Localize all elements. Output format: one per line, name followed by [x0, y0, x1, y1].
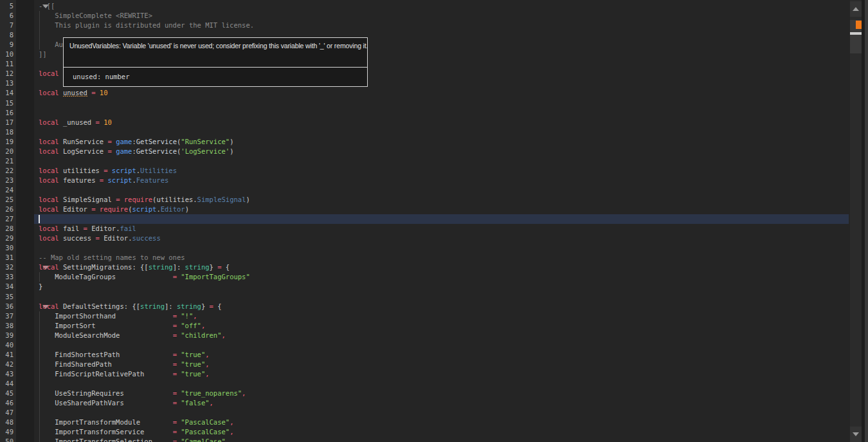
code-line-33[interactable]: ModuleTagGroups = "ImportTagGroups": [34, 272, 849, 282]
vertical-scrollbar-track[interactable]: [850, 0, 862, 442]
code-line-36[interactable]: local DefaultSettings: {[string]: string…: [34, 302, 849, 311]
code-line-49[interactable]: ImportTransformService = "PascalCase",: [34, 427, 849, 437]
code-token: ,: [230, 428, 233, 436]
line-number-40: 40: [0, 340, 14, 350]
code-token: Editor: [104, 234, 128, 242]
indent-guide: [39, 11, 40, 21]
line-number-23: 23: [0, 176, 14, 185]
code-line-35[interactable]: [34, 292, 849, 302]
code-line-50[interactable]: ImportTransformSelection = "CamelCase",: [34, 437, 849, 442]
code-line-32[interactable]: local SettingMigrations: {[string]: stri…: [34, 262, 849, 272]
code-line-40[interactable]: [34, 340, 849, 350]
indent-guide: [39, 408, 40, 418]
code-token: game: [116, 138, 132, 145]
line-number-37: 37: [0, 311, 14, 321]
indent-guide: [39, 340, 40, 350]
code-line-24[interactable]: [34, 185, 849, 195]
line-number-11: 11: [0, 59, 14, 69]
line-number-28: 28: [0, 224, 14, 234]
indent-guide: [39, 321, 40, 331]
code-line-45[interactable]: UseStringRequires = "true_noparens",: [34, 389, 849, 398]
indent-guide: [39, 437, 40, 442]
code-token: ,: [230, 418, 233, 426]
code-line-42[interactable]: FindSharedPath = "true",: [34, 360, 849, 369]
code-line-46[interactable]: UseSharedPathVars = "false",: [34, 398, 849, 408]
code-token: }: [210, 263, 218, 271]
code-token: fail: [63, 225, 79, 232]
code-line-34[interactable]: }: [34, 282, 849, 291]
code-line-16[interactable]: [34, 108, 849, 118]
code-line-15[interactable]: [34, 98, 849, 108]
code-line-17[interactable]: local _unused = 10: [34, 118, 849, 127]
code-token: ModuleSearchMode: [39, 331, 173, 339]
line-number-35: 35: [0, 292, 14, 302]
code-token: ): [246, 196, 249, 203]
code-token: -- Map old setting names to new ones: [39, 253, 185, 261]
code-line-39[interactable]: ModuleSearchMode = "children",: [34, 331, 849, 340]
code-line-41[interactable]: FindShortestPath = "true",: [34, 350, 849, 360]
indent-guide: [39, 30, 40, 40]
code-token: local: [39, 196, 63, 203]
line-number-16: 16: [0, 108, 14, 118]
code-line-25[interactable]: local SimpleSignal = require(utilities.S…: [34, 195, 849, 205]
code-line-5[interactable]: --[[: [34, 1, 849, 11]
code-token: "false": [181, 399, 209, 407]
code-line-43[interactable]: FindScriptRelativePath = "true",: [34, 369, 849, 379]
code-token: utilities: [63, 167, 100, 174]
code-line-26[interactable]: local Editor = require(script.Editor): [34, 205, 849, 214]
code-line-48[interactable]: ImportTransformModule = "PascalCase",: [34, 418, 849, 427]
code-line-28[interactable]: local fail = Editor.fail: [34, 224, 849, 234]
line-number-19: 19: [0, 137, 14, 147]
code-token: "!": [181, 312, 193, 320]
line-number-6: 6: [0, 11, 14, 21]
code-token: local: [39, 69, 59, 77]
code-token: string: [177, 302, 201, 310]
code-token: DefaultSettings: [63, 302, 124, 310]
code-line-6[interactable]: SimpleComplete <REWRITE>: [34, 11, 849, 21]
code-line-37[interactable]: ImportShorthand = "!",: [34, 311, 849, 321]
line-number-42: 42: [0, 360, 14, 369]
code-line-14[interactable]: local unused = 10: [34, 88, 849, 98]
code-line-30[interactable]: [34, 243, 849, 253]
code-line-23[interactable]: local features = script.Features: [34, 176, 849, 185]
line-number-10: 10: [0, 50, 14, 59]
code-token: unused: [63, 89, 87, 97]
line-number-21: 21: [0, 156, 14, 166]
code-token: FindSharedPath: [39, 360, 173, 368]
code-line-7[interactable]: This plugin is distributed under the MIT…: [34, 21, 849, 30]
code-line-19[interactable]: local RunService = game:GetService("RunS…: [34, 137, 849, 147]
code-token: local: [39, 302, 63, 310]
code-line-18[interactable]: [34, 127, 849, 137]
line-number-49: 49: [0, 427, 14, 437]
indent-guide: [39, 379, 40, 389]
scroll-down-button[interactable]: [850, 427, 862, 442]
code-token: ,: [205, 370, 209, 378]
indent-guide: [39, 40, 40, 50]
code-token: FindShortestPath: [39, 351, 173, 358]
arrow-down-icon: [853, 432, 859, 436]
code-token: features: [63, 176, 96, 184]
code-token: 10: [100, 89, 108, 97]
code-line-20[interactable]: local LogService = game:GetService('LogS…: [34, 147, 849, 156]
code-token: ): [230, 147, 233, 155]
code-line-29[interactable]: local success = Editor.success: [34, 234, 849, 243]
code-line-22[interactable]: local utilities = script.Utilities: [34, 166, 849, 176]
code-token: Features: [136, 176, 169, 184]
line-number-31: 31: [0, 253, 14, 262]
scroll-up-button[interactable]: [850, 1, 862, 17]
indent-guide: [39, 331, 40, 340]
line-number-45: 45: [0, 389, 14, 398]
code-token: Au: [39, 41, 63, 48]
code-token: ModuleTagGroups: [39, 273, 173, 281]
code-line-21[interactable]: [34, 156, 849, 166]
code-line-27[interactable]: [34, 214, 849, 224]
indent-guide: [39, 360, 40, 369]
line-number-25: 25: [0, 195, 14, 205]
code-token: }: [201, 302, 210, 310]
code-line-38[interactable]: ImportSort = "off",: [34, 321, 849, 331]
code-line-31[interactable]: -- Map old setting names to new ones: [34, 253, 849, 262]
code-line-44[interactable]: [34, 379, 849, 389]
code-token: local: [39, 167, 63, 174]
code-token: script: [132, 205, 156, 213]
code-line-47[interactable]: [34, 408, 849, 418]
